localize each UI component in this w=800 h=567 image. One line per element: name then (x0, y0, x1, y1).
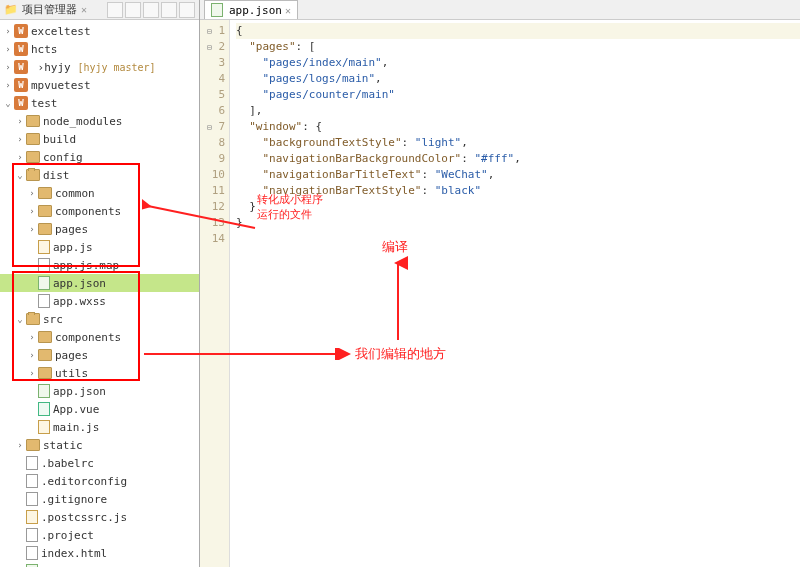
line-number: 3 (218, 56, 225, 69)
editor-tab-bar: app.json ✕ (200, 0, 800, 20)
view-menu-button[interactable] (143, 2, 159, 18)
close-tab-icon[interactable]: ✕ (285, 5, 291, 16)
file-icon (26, 474, 38, 488)
line-number: 1 (218, 24, 225, 37)
line-number: 12 (212, 200, 225, 213)
code-line: ], (236, 103, 800, 119)
tree-label: index.html (41, 547, 107, 560)
tree-item-build[interactable]: ›build (0, 130, 199, 148)
code-line: "backgroundTextStyle": "light", (236, 135, 800, 151)
collapse-all-button[interactable] (125, 2, 141, 18)
tree-item-main-js[interactable]: main.js (0, 418, 199, 436)
tree-item-app-wxss[interactable]: app.wxss (0, 292, 199, 310)
tree-item-editorconfig[interactable]: .editorconfig (0, 472, 199, 490)
html-file-icon (26, 546, 38, 560)
branch-label: [hyjy master] (77, 62, 155, 73)
project-explorer-title: 项目管理器 (22, 2, 77, 17)
code-line: "pages/index/main", (236, 55, 800, 71)
file-icon (38, 294, 50, 308)
js-file-icon (26, 510, 38, 524)
tree-item-app-vue[interactable]: App.vue (0, 400, 199, 418)
folder-icon (26, 115, 40, 127)
project-tree[interactable]: ›Wexceltest ›Whcts ›W › hyjy [hyjy maste… (0, 20, 199, 567)
tree-item-gitignore[interactable]: .gitignore (0, 490, 199, 508)
link-with-editor-button[interactable] (107, 2, 123, 18)
tree-item-utils[interactable]: ›utils (0, 364, 199, 382)
tree-label: app.wxss (53, 295, 106, 308)
tree-item-pages[interactable]: ›pages (0, 220, 199, 238)
tree-label: .project (41, 529, 94, 542)
tree-item-app-json[interactable]: app.json (0, 274, 199, 292)
line-number-gutter: ⊟ 1 ⊟ 2 3 4 5 6 ⊟ 7 8 9 10 11 12 13 14 (200, 20, 230, 567)
tree-label: app.json (53, 277, 106, 290)
tree-label: App.vue (53, 403, 99, 416)
tree-label: utils (55, 367, 88, 380)
project-explorer-panel: 📁 项目管理器 ✕ ›Wexceltest ›Whcts ›W › hyjy [… (0, 0, 200, 567)
project-icon: W (14, 60, 28, 74)
tree-item-project[interactable]: .project (0, 526, 199, 544)
tree-label: hyjy (44, 61, 71, 74)
tree-item-exceltest[interactable]: ›Wexceltest (0, 22, 199, 40)
tree-item-package-json[interactable]: package.json (0, 562, 199, 567)
tree-label: mpvuetest (31, 79, 91, 92)
code-line: "navigationBarTitleText": "WeChat", (236, 167, 800, 183)
folder-icon (26, 133, 40, 145)
json-file-icon (38, 276, 50, 290)
tree-item-static[interactable]: ›static (0, 436, 199, 454)
tree-item-src-components[interactable]: ›components (0, 328, 199, 346)
code-line: "window": { (236, 119, 800, 135)
file-icon (38, 258, 50, 272)
line-number: 6 (218, 104, 225, 117)
folder-icon (26, 439, 40, 451)
tree-item-dist[interactable]: ⌄dist (0, 166, 199, 184)
tree-item-src-pages[interactable]: ›pages (0, 346, 199, 364)
line-number: 8 (218, 136, 225, 149)
folder-icon (26, 313, 40, 325)
line-number: 4 (218, 72, 225, 85)
tree-item-common[interactable]: ›common (0, 184, 199, 202)
tree-item-components[interactable]: ›components (0, 202, 199, 220)
tree-item-node-modules[interactable]: ›node_modules (0, 112, 199, 130)
tree-label: .babelrc (41, 457, 94, 470)
project-icon: W (14, 96, 28, 110)
tree-label: app.js (53, 241, 93, 254)
json-file-icon (38, 384, 50, 398)
editor-tab-app-json[interactable]: app.json ✕ (204, 0, 298, 19)
project-explorer-icon: 📁 (4, 3, 18, 16)
tree-item-hyjy[interactable]: ›W › hyjy [hyjy master] (0, 58, 199, 76)
code-editor[interactable]: { "pages": [ "pages/index/main", "pages/… (230, 20, 800, 231)
close-icon[interactable]: ✕ (81, 4, 87, 15)
tree-label: static (43, 439, 83, 452)
tree-item-babelrc[interactable]: .babelrc (0, 454, 199, 472)
tree-item-app-js-map[interactable]: app.js.map (0, 256, 199, 274)
line-number: 9 (218, 152, 225, 165)
tree-item-postcssrc[interactable]: .postcssrc.js (0, 508, 199, 526)
maximize-button[interactable] (179, 2, 195, 18)
tree-item-config[interactable]: ›config (0, 148, 199, 166)
tree-label: components (55, 205, 121, 218)
tree-label: dist (43, 169, 70, 182)
tree-item-test[interactable]: ⌄Wtest (0, 94, 199, 112)
tree-label: common (55, 187, 95, 200)
vue-file-icon (38, 402, 50, 416)
tree-item-mpvuetest[interactable]: ›Wmpvuetest (0, 76, 199, 94)
tree-label: main.js (53, 421, 99, 434)
tree-label: pages (55, 223, 88, 236)
code-line: } (236, 199, 800, 215)
line-number: 10 (212, 168, 225, 181)
code-line: "navigationBarBackgroundColor": "#fff", (236, 151, 800, 167)
tree-item-index-html[interactable]: index.html (0, 544, 199, 562)
js-file-icon (38, 240, 50, 254)
tree-item-src[interactable]: ⌄src (0, 310, 199, 328)
code-line: "pages/logs/main", (236, 71, 800, 87)
line-number: 14 (212, 232, 225, 245)
folder-icon (38, 349, 52, 361)
json-file-icon (211, 3, 223, 17)
project-icon: W (14, 42, 28, 56)
tree-item-app-js[interactable]: app.js (0, 238, 199, 256)
tree-item-hcts[interactable]: ›Whcts (0, 40, 199, 58)
line-number: 11 (212, 184, 225, 197)
folder-icon (38, 205, 52, 217)
tree-item-src-app-json[interactable]: app.json (0, 382, 199, 400)
minimize-button[interactable] (161, 2, 177, 18)
